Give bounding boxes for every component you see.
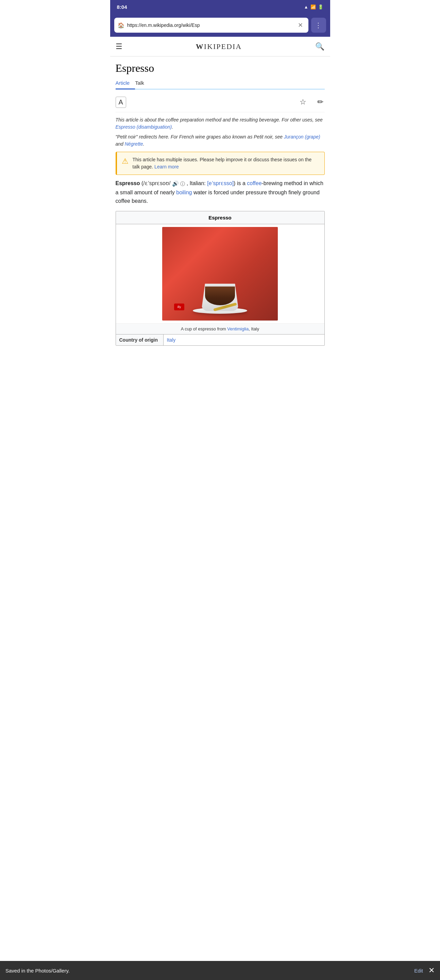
battery-icon: 🔋 xyxy=(318,5,323,10)
browser-menu-button[interactable]: ⋮ xyxy=(311,18,326,33)
italian-phonetic-link[interactable]: [eˈsprɛsso] xyxy=(207,180,234,186)
article-body: Espresso (/ɛˈsprɛsoʊ/ 🔊 ⓘ , Italian: [eˈ… xyxy=(116,179,325,205)
watchlist-button[interactable]: ☆ xyxy=(298,96,308,108)
info-card-label-origin: Country of origin xyxy=(116,334,164,345)
learn-more-link[interactable]: Learn more xyxy=(154,164,179,169)
jurancon-link[interactable]: Jurançon (grape) xyxy=(284,134,320,140)
info-card-row-origin: Country of origin Italy xyxy=(116,334,324,345)
edit-button[interactable]: ✏ xyxy=(316,96,325,108)
bold-term: Espresso xyxy=(116,180,140,186)
article-tabs: Article Talk xyxy=(116,77,325,89)
wifi-icon: ▲ xyxy=(304,5,308,10)
language-button[interactable]: A xyxy=(116,97,126,108)
ventimiglia-link[interactable]: Ventimiglia xyxy=(227,326,249,331)
cup-handle xyxy=(238,287,246,299)
warning-box: ⚠ This article has multiple issues. Plea… xyxy=(116,152,325,175)
info-card: Espresso illy A cup of espre xyxy=(116,211,325,346)
url-bar: 🏠 https://en.m.wikipedia.org/wiki/Esp ✕ … xyxy=(110,14,330,37)
info-card-title: Espresso xyxy=(116,211,324,224)
tab-article[interactable]: Article xyxy=(116,77,135,89)
disambig-notice-2: "Petit noir" redirects here. For French … xyxy=(116,134,325,148)
cup-rim xyxy=(200,282,240,286)
italian-label: , Italian: xyxy=(187,180,207,186)
action-icons-right: ☆ ✏ xyxy=(298,96,325,108)
logo-mark: illy xyxy=(174,304,184,310)
page-title: Espresso xyxy=(116,62,325,75)
wiki-nav: ☰ WIKIPEDIA 🔍 xyxy=(110,37,330,56)
search-button[interactable]: 🔍 xyxy=(315,42,324,51)
boiling-link[interactable]: boiling xyxy=(176,189,192,195)
url-clear-button[interactable]: ✕ xyxy=(296,21,305,30)
warning-icon: ⚠ xyxy=(122,157,129,166)
disambig-notice-1: This article is about the coffee prepara… xyxy=(116,116,325,130)
hamburger-menu-button[interactable]: ☰ xyxy=(116,42,122,51)
info-card-image: illy xyxy=(116,224,324,323)
status-icons: ▲ 📶 🔋 xyxy=(304,5,323,10)
url-text: https://en.m.wikipedia.org/wiki/Esp xyxy=(127,22,296,28)
dots-icon: ⋮ xyxy=(315,21,322,29)
status-bar: 8:04 ▲ 📶 🔋 xyxy=(110,0,330,14)
status-time: 8:04 xyxy=(117,4,127,10)
italy-link[interactable]: Italy xyxy=(167,337,176,343)
info-card-value-origin: Italy xyxy=(164,334,179,345)
signal-icon: 📶 xyxy=(310,5,316,10)
tab-talk[interactable]: Talk xyxy=(135,77,149,89)
url-input-container[interactable]: 🏠 https://en.m.wikipedia.org/wiki/Esp ✕ xyxy=(114,18,308,33)
home-icon: 🏠 xyxy=(118,22,124,29)
warning-text: This article has multiple issues. Please… xyxy=(133,156,319,170)
article-intro-paragraph: Espresso (/ɛˈsprɛsoʊ/ 🔊 ⓘ , Italian: [eˈ… xyxy=(116,179,325,205)
cup-interior xyxy=(205,286,235,305)
negrette-link[interactable]: Négrette xyxy=(125,141,143,147)
wikipedia-logo: WIKIPEDIA xyxy=(196,42,242,51)
espresso-image: illy xyxy=(162,227,278,321)
cup-container xyxy=(193,308,247,314)
page-content: Espresso Article Talk A ☆ ✏ This article… xyxy=(110,56,330,346)
action-icons-row: A ☆ ✏ xyxy=(116,94,325,112)
phonetic-text: /ɛˈsprɛsoʊ/ xyxy=(143,180,170,186)
coffee-link[interactable]: coffee xyxy=(247,180,262,186)
audio-button[interactable]: 🔊 xyxy=(172,181,179,186)
disambig-link-1[interactable]: Espresso (disambiguation) xyxy=(116,124,172,130)
info-card-caption: A cup of espresso from Ventimiglia, Ital… xyxy=(116,323,324,334)
info-icon[interactable]: ⓘ xyxy=(180,181,185,186)
